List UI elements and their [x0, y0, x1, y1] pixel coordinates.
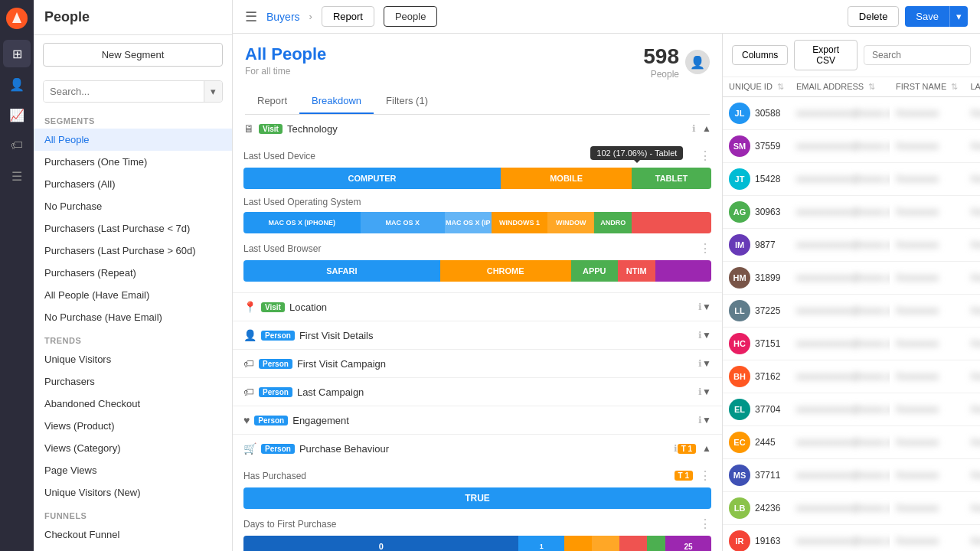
new-segment-button[interactable]: New Segment [43, 43, 223, 67]
nav-icon-tag[interactable]: 🏷 [3, 132, 31, 159]
col-unique-id[interactable]: UNIQUE ID ⇅ [723, 77, 790, 97]
table-row[interactable]: SM 37559 xxxxxxxxxxxx@xxxxx.xxx Xxxxxxxx… [723, 130, 980, 163]
location-header[interactable]: 📍 Visit Location ℹ ▼ [233, 293, 722, 321]
col-first-name[interactable]: FIRST NAME ⇅ [890, 77, 964, 97]
browser-more-icon[interactable]: ⋮ [699, 241, 711, 256]
trends-item-unique-visitors-new[interactable]: Unique Visitors (New) [34, 481, 232, 504]
breadcrumb-buyers[interactable]: Buyers [266, 11, 300, 23]
table-row[interactable]: LL 37225 xxxxxxxxxxxx@xxxxx.xxx Xxxxxxxx… [723, 295, 980, 328]
cell-email: xxxxxxxxxxxx@xxxxx.xxx [790, 492, 890, 525]
technology-header[interactable]: 🖥 Visit Technology ℹ ▲ [233, 115, 722, 142]
profile-icon: 👤 [685, 50, 710, 74]
filter-header-top: All People For all time 598 People 👤 [245, 44, 710, 80]
top-bar: ☰ Buyers › Report People Delete Save ▾ [233, 0, 980, 34]
t1-badge: T 1 [678, 444, 696, 454]
people-button[interactable]: People [384, 6, 437, 27]
tab-filters[interactable]: Filters (1) [374, 89, 440, 114]
tab-report[interactable]: Report [245, 89, 299, 114]
safari-bar: SAFARI [243, 260, 440, 282]
search-dropdown-icon[interactable]: ▾ [204, 81, 222, 102]
col-last-name[interactable]: LAST NAME ⇅ [964, 77, 980, 97]
monitor-icon: 🖥 [243, 122, 254, 135]
sidebar-header: People [34, 0, 232, 35]
table-row[interactable]: LB 24236 xxxxxxxxxxxx@xxxxx.xxx Xxxxxxxx… [723, 492, 980, 525]
table-row[interactable]: JT 15428 xxxxxxxxxxxx@xxxxx.xxx Xxxxxxxx… [723, 163, 980, 196]
cell-last-name: Xxxxxxxx [964, 229, 980, 262]
nav-icon-home[interactable]: ⊞ [3, 40, 31, 67]
cell-email: xxxxxxxxxxxx@xxxxx.xxx [790, 196, 890, 229]
table-row[interactable]: IM 9877 xxxxxxxxxxxx@xxxxx.xxx Xxxxxxxxx… [723, 229, 980, 262]
funnels-item-checkout[interactable]: Checkout Funnel [34, 523, 232, 546]
trends-item-abandoned-checkout[interactable]: Abandoned Checkout [34, 393, 232, 415]
table-row[interactable]: EL 37704 xxxxxxxxxxxx@xxxxx.xxx Xxxxxxxx… [723, 393, 980, 426]
sidebar-item-purchasers-all[interactable]: Purchasers (All) [34, 173, 232, 195]
filter-panel: All People For all time 598 People 👤 Rep… [233, 34, 723, 551]
technology-title: Technology [287, 123, 689, 135]
cell-uid: HM 31899 [723, 262, 790, 295]
save-button[interactable]: Save [905, 6, 949, 27]
columns-button[interactable]: Columns [732, 45, 788, 65]
first-visit-details-title: First Visit Details [299, 330, 695, 341]
sidebar-item-purchasers-7d[interactable]: Purchasers (Last Purchase < 7d) [34, 217, 232, 240]
report-button[interactable]: Report [322, 6, 374, 27]
trends-item-purchasers[interactable]: Purchasers [34, 370, 232, 393]
table-row[interactable]: JL 30588 xxxxxxxxxxxx@xxxxx.xxx Xxxxxxxx… [723, 97, 980, 130]
campaign-chevron-icon: ▼ [702, 358, 711, 369]
browser-bar: SAFARI CHROME APPU NTIM [243, 260, 711, 282]
cell-first-name: Xxxxxxxxx [890, 360, 964, 393]
engagement-title: Engagement [292, 415, 695, 426]
cell-last-name: Xxxxxxxx [964, 328, 980, 360]
trends-item-views-category[interactable]: Views (Category) [34, 437, 232, 459]
sidebar-item-no-purchase[interactable]: No Purchase [34, 195, 232, 217]
first-visit-icon: 👤 [243, 329, 256, 341]
table-row[interactable]: AG 30963 xxxxxxxxxxxx@xxxxx.xxx Xxxxxxxx… [723, 196, 980, 229]
table-row[interactable]: HC 37151 xxxxxxxxxxxx@xxxxx.xxx Xxxxxxxx… [723, 328, 980, 360]
os-label: Last Used Operating System [243, 197, 711, 207]
first-visit-details-header[interactable]: 👤 Person First Visit Details ℹ ▼ [233, 321, 722, 349]
trends-item-unique-visitors[interactable]: Unique Visitors [34, 348, 232, 370]
col-email[interactable]: EMAIL ADDRESS ⇅ [790, 77, 890, 97]
sidebar-item-no-purchase-email[interactable]: No Purchase (Have Email) [34, 306, 232, 328]
sidebar-item-purchasers-one-time[interactable]: Purchasers (One Time) [34, 151, 232, 173]
table-row[interactable]: BH 37162 xxxxxxxxxxxx@xxxxx.xxx Xxxxxxxx… [723, 360, 980, 393]
trends-item-views-product[interactable]: Views (Product) [34, 415, 232, 437]
nav-icon-list[interactable]: ☰ [3, 162, 31, 190]
sidebar-search-input[interactable] [44, 81, 204, 102]
table-row[interactable]: EC 2445 xxxxxxxxxxxx@xxxxx.xxx Xxxxxxxxx… [723, 426, 980, 459]
purchase-behaviour-header[interactable]: 🛒 Person Purchase Behaviour ℹ T 1 ▲ [233, 435, 722, 462]
nav-icon-people[interactable]: 👤 [3, 70, 31, 98]
filter-header: All People For all time 598 People 👤 Rep… [233, 34, 722, 115]
last-campaign-header[interactable]: 🏷 Person Last Campaign ℹ ▼ [233, 378, 722, 406]
trends-section-label: TRENDS [34, 328, 232, 348]
trends-item-page-views[interactable]: Page Views [34, 459, 232, 481]
nav-icon-chart[interactable]: 📈 [3, 101, 31, 129]
table-row[interactable]: HM 31899 xxxxxxxxxxxx@xxxxx.xxx Xxxxxxxx… [723, 262, 980, 295]
delete-button[interactable]: Delete [848, 6, 900, 27]
device-more-icon[interactable]: ⋮ [699, 148, 711, 163]
app-logo[interactable] [5, 6, 29, 31]
purchase-behaviour-title: Purchase Behaviour [299, 443, 671, 455]
table-row[interactable]: IR 19163 xxxxxxxxxxxx@xxxxx.xxx Xxxxxxxx… [723, 525, 980, 552]
has-purchased-more[interactable]: ⋮ [699, 468, 711, 483]
sidebar-item-all-people[interactable]: All People [34, 129, 232, 151]
tablet-bar: TABLET [632, 168, 711, 189]
sidebar-item-all-have-email[interactable]: All People (Have Email) [34, 284, 232, 306]
engagement-header[interactable]: ♥ Person Engagement ℹ ▼ [233, 406, 722, 434]
hamburger-icon[interactable]: ☰ [245, 8, 257, 25]
cell-email: xxxxxxxxxxxx@xxxxx.xxx [790, 525, 890, 552]
sidebar-item-purchasers-repeat[interactable]: Purchasers (Repeat) [34, 262, 232, 284]
cell-last-name: Xxxxxxxx [964, 459, 980, 492]
save-dropdown-button[interactable]: ▾ [949, 6, 968, 27]
last-campaign-section: 🏷 Person Last Campaign ℹ ▼ [233, 378, 722, 406]
days-more-icon[interactable]: ⋮ [699, 517, 711, 531]
first-visit-campaign-header[interactable]: 🏷 Person First Visit Campaign ℹ ▼ [233, 350, 722, 377]
engagement-badge: Person [254, 416, 288, 425]
sidebar-item-purchasers-60d[interactable]: Purchasers (Last Purchase > 60d) [34, 240, 232, 262]
cell-email: xxxxxxxxxxxx@xxxxx.xxx [790, 295, 890, 328]
export-csv-button[interactable]: Export CSV [794, 40, 858, 70]
table-search-input[interactable] [864, 45, 971, 65]
table-row[interactable]: MS 37711 xxxxxxxxxxxx@xxxxx.xxx Xxxxxxxx… [723, 459, 980, 492]
appu-bar: APPU [571, 260, 618, 282]
cell-last-name: Xxxxxxxx [964, 262, 980, 295]
tab-breakdown[interactable]: Breakdown [299, 89, 374, 114]
